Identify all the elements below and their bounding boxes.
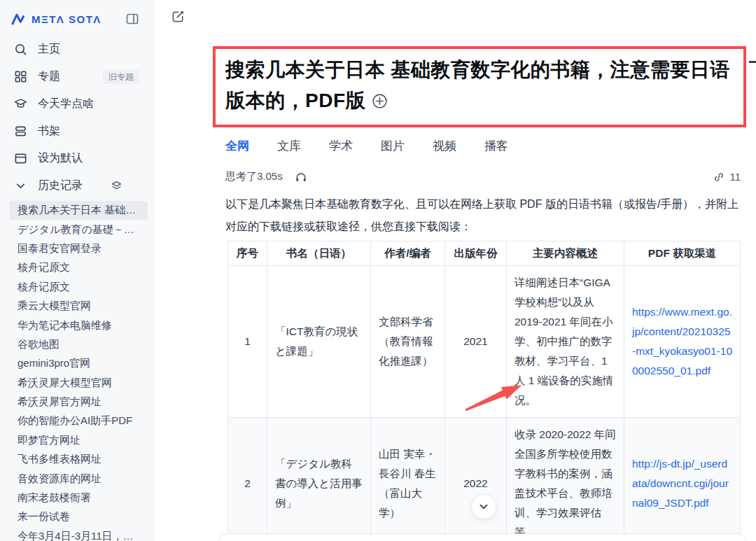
cell-summary: 详细阐述日本“GIGA 学校构想”以及从 2019-2021 年间在小学、初中推… [507, 266, 624, 418]
history-item[interactable]: gemini3pro官网 [10, 354, 148, 373]
answer-intro: 以下是几本聚焦日本基础教育数字化、且可以在网络上获取 PDF 版的日语书籍（或报… [225, 193, 745, 238]
history-item-label: 谷歌地图 [18, 338, 59, 351]
history-item[interactable]: 你的智能办公AI助手PDF [10, 412, 148, 430]
app-logo-text: MΞTΛ SOTΛ [31, 13, 102, 25]
history-item[interactable]: 南宋老鼓楼衙署 [10, 489, 148, 507]
edge-tick-mark [749, 61, 756, 63]
sources-counter[interactable]: 11 [713, 171, 741, 183]
sidebar-item-set-default[interactable]: 设为默认 [0, 145, 153, 172]
history-item-label: 你的智能办公AI助手PDF [18, 414, 132, 428]
query-title: 搜索几本关于日本 基础教育数字化的书籍，注意需要日语版本的，PDF版 [225, 55, 734, 118]
history-item-label: 核舟记原文 [18, 261, 70, 274]
history-item[interactable]: 飞书多维表格网址 [10, 450, 148, 469]
layers-icon[interactable] [111, 180, 122, 192]
old-topics-badge[interactable]: 旧专题 [103, 70, 139, 84]
history-item[interactable]: 国泰君安官网登录 [10, 239, 148, 258]
history-item-label: 乘云大模型官网 [18, 300, 91, 313]
pdf-link[interactable]: http://js-dt.jp/_userdata/downcnt.cgi/jo… [632, 458, 729, 509]
history-item[interactable]: 搜索几本关于日本 基础… [10, 201, 148, 220]
tab-videos[interactable]: 视频 [433, 138, 456, 154]
history-item[interactable]: 来一份试卷 [10, 507, 148, 526]
sidebar-item-bookshelf[interactable]: 书架 [0, 118, 153, 145]
sidebar-item-label: 书架 [38, 124, 60, 139]
table-row: 2 「デジタル教科書の導入と活用事例」 山田 実幸・長谷川 春生（富山大学） 2… [228, 418, 741, 541]
col-header-year: 出版年份 [445, 241, 507, 266]
query-title-annotation-box: 搜索几本关于日本 基础教育数字化的书籍，注意需要日语版本的，PDF版 [213, 46, 746, 127]
cell-pdf-link: http://js-dt.jp/_userdata/downcnt.cgi/jo… [624, 418, 741, 541]
scroll-to-bottom-button[interactable] [471, 494, 496, 519]
history-item[interactable]: 核舟记原文 [10, 278, 148, 297]
sidebar-item-home[interactable]: 主页 [0, 36, 153, 63]
plus-circle-icon[interactable] [372, 87, 388, 118]
cell-title: 「デジタル教科書の導入と活用事例」 [267, 418, 371, 541]
sidebar-item-label: 设为默认 [38, 151, 83, 166]
tab-all-web[interactable]: 全网 [225, 138, 249, 154]
cell-title: 「ICT教育の現状と課題」 [267, 266, 371, 418]
history-item[interactable]: 乘云大模型官网 [10, 297, 148, 316]
history-item[interactable]: 希沃灵犀官方网址 [10, 393, 148, 412]
history-item[interactable]: 今年3月4日-3月11日，… [10, 527, 148, 541]
collapse-sidebar-icon[interactable] [125, 12, 139, 26]
new-chat-icon[interactable] [172, 10, 185, 23]
cell-summary: 收录 2020-2022 年间全国多所学校使用数字教科书的案例，涵盖技术平台、教… [507, 418, 624, 541]
history-item[interactable]: 核舟记原文 [10, 258, 148, 277]
chevron-down-icon [14, 179, 27, 192]
followup-input-box[interactable] [217, 533, 748, 541]
tab-podcasts[interactable]: 播客 [484, 138, 508, 154]
history-item[interactable]: 音效资源库的网址 [10, 469, 148, 488]
tab-library[interactable]: 文库 [277, 138, 301, 154]
history-item[interactable]: 谷歌地图 [10, 335, 148, 354]
history-item[interactable]: 华为笔记本电脑维修 [10, 316, 148, 335]
pdf-link[interactable]: https://www.mext.go.jp/content/20210325-… [632, 306, 732, 377]
history-item-label: 南宋老鼓楼衙署 [18, 491, 91, 505]
headphones-icon[interactable] [295, 171, 307, 183]
sidebar-item-topics[interactable]: 专题 旧专题 [0, 63, 153, 90]
col-header-author: 作者/编者 [371, 241, 445, 266]
history-item[interactable]: 即梦官方网址 [10, 431, 148, 450]
browser-window-icon [14, 152, 27, 165]
cell-no: 1 [228, 266, 267, 418]
history-item[interactable]: デジタル教育の基礎－… [10, 220, 148, 239]
graduation-cap-icon [14, 97, 27, 111]
history-item-label: 即梦官方网址 [18, 434, 80, 447]
history-item-label: 希沃灵犀大模型官网 [18, 377, 112, 390]
col-header-title: 书名（日语） [267, 241, 371, 266]
search-icon [14, 43, 27, 56]
sidebar: MΞTΛ SOTΛ 主页 专题 旧专题 [0, 0, 154, 541]
sidebar-item-label: 主页 [38, 42, 60, 57]
app-logo[interactable]: MΞTΛ SOTΛ [11, 13, 102, 25]
sidebar-item-label: 历史记录 [38, 178, 83, 193]
cell-pdf-link: https://www.mext.go.jp/content/20210325-… [624, 266, 741, 418]
tab-academic[interactable]: 学术 [329, 138, 353, 154]
tab-images[interactable]: 图片 [381, 138, 405, 154]
grid-icon [14, 70, 27, 83]
query-title-text: 搜索几本关于日本 基础教育数字化的书籍，注意需要日语版本的，PDF版 [225, 59, 730, 111]
cell-author: 文部科学省（教育情報化推進課） [371, 266, 445, 418]
history-item[interactable]: 希沃灵犀大模型官网 [10, 374, 148, 393]
table-row: 1 「ICT教育の現状と課題」 文部科学省（教育情報化推進課） 2021 详细阐… [228, 266, 741, 418]
sidebar-nav: 主页 专题 旧专题 今天学点啥 书架 [0, 36, 153, 199]
history-item-label: 今年3月4日-3月11日，… [18, 530, 134, 541]
history-item-label: 华为笔记本电脑维修 [18, 319, 112, 332]
cell-year: 2022 [445, 418, 507, 541]
col-header-no: 序号 [228, 241, 267, 266]
sources-count: 11 [729, 171, 741, 183]
sidebar-item-history[interactable]: 历史记录 [0, 172, 153, 199]
history-item-label: 搜索几本关于日本 基础… [18, 204, 136, 217]
history-item-label: 音效资源库的网址 [18, 472, 102, 486]
link-icon [713, 171, 724, 183]
main-content: 搜索几本关于日本 基础教育数字化的书籍，注意需要日语版本的，PDF版 全网 文库… [154, 0, 756, 541]
history-item-label: 来一份试卷 [18, 510, 70, 524]
sidebar-item-learn-today[interactable]: 今天学点啥 [0, 90, 153, 118]
table-header-row: 序号 书名（日语） 作者/编者 出版年份 主要内容概述 PDF 获取渠道 [228, 241, 741, 266]
cell-author: 山田 実幸・長谷川 春生（富山大学） [371, 418, 445, 541]
search-scope-tabs: 全网 文库 学术 图片 视频 播客 [225, 138, 508, 154]
app-window: MΞTΛ SOTΛ 主页 专题 旧专题 [0, 0, 756, 541]
sidebar-item-label: 专题 [38, 69, 60, 84]
thinking-time[interactable]: 思考了3.05s [225, 170, 283, 183]
chevron-down-icon [477, 500, 490, 513]
history-item-label: gemini3pro官网 [18, 357, 90, 370]
history-item-label: 核舟记原文 [18, 281, 70, 294]
cell-no: 2 [228, 418, 267, 541]
metasota-logo-icon [11, 13, 28, 25]
